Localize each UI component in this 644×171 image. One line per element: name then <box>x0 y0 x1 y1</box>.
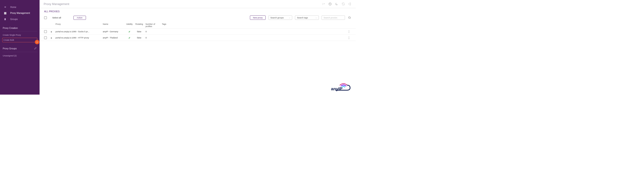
cell-name: anyIP - Thailand <box>103 36 125 39</box>
action-button[interactable]: Action <box>74 16 86 20</box>
svg-rect-0 <box>4 12 6 13</box>
edit-icon[interactable] <box>34 47 37 50</box>
col-header-tags: Tags <box>162 23 346 28</box>
search-groups-select[interactable]: Search groups ⌵ <box>268 16 292 20</box>
sidebar: Home Proxy Management Groups Proxy Creat… <box>0 0 40 94</box>
chevron-down-icon: ⌵ <box>289 16 290 19</box>
svg-rect-2 <box>4 14 6 14</box>
cell-proxy: portal-eu.anyip.io:1080 - HTTP proxy <box>54 36 103 39</box>
bookmark-icon <box>3 18 7 21</box>
search-groups-label: Search groups <box>270 16 284 19</box>
cell-proxy: portal-eu.anyip.io:1080 - Socks 5 pr... <box>54 30 103 33</box>
sidebar-label-proxy-management: Proxy Management <box>10 12 30 14</box>
cell-rotating: false <box>134 30 145 33</box>
row-menu-icon[interactable] <box>346 36 351 39</box>
header-icons <box>322 2 352 6</box>
table-header: Proxy Name Validity Rotating Number of p… <box>40 22 356 29</box>
logout-icon[interactable] <box>348 2 352 6</box>
search-tags-select[interactable]: Search tags ⌵ <box>295 16 319 20</box>
refresh-icon[interactable] <box>342 2 345 6</box>
double-chevron-left-icon <box>3 6 7 8</box>
col-header-rotating: Rotating <box>134 23 145 28</box>
server-icon <box>3 12 7 14</box>
callout-badge: 1 <box>35 40 39 44</box>
gear-icon[interactable] <box>348 16 351 19</box>
cell-profiles: 0 <box>145 36 162 39</box>
table-row: ▶ portal-eu.anyip.io:1080 - HTTP proxy a… <box>40 35 356 41</box>
divider <box>2 52 37 52</box>
sidebar-label-home: Home <box>10 6 16 8</box>
new-proxy-button[interactable]: New proxy <box>250 16 266 20</box>
sidebar-item-home[interactable]: Home <box>0 4 40 10</box>
validity-check-icon: ✔ <box>128 30 130 33</box>
col-header-validity: Validity <box>125 23 134 28</box>
cell-rotating: false <box>134 36 145 39</box>
row-menu-icon[interactable] <box>346 30 351 33</box>
search-proxies-input[interactable] <box>322 16 345 20</box>
toolbar: Select all Action New proxy Search group… <box>40 14 356 22</box>
sidebar-sub-create-bulk[interactable]: Create Bulk 1 <box>2 38 37 42</box>
proxy-groups-label: Proxy Groups <box>3 47 16 50</box>
sidebar-item-groups[interactable]: Groups <box>0 16 40 22</box>
recycle-icon[interactable] <box>322 2 325 6</box>
telegram-icon[interactable] <box>328 2 332 6</box>
search-tags-label: Search tags <box>297 16 308 19</box>
table-row: ▶ portal-eu.anyip.io:1080 - Socks 5 pr..… <box>40 29 356 35</box>
sidebar-item-proxy-management[interactable]: Proxy Management <box>0 10 40 16</box>
create-bulk-label: Create Bulk <box>4 39 14 41</box>
anyip-logo: anyIP <box>328 83 352 93</box>
col-header-profiles: Number of profiles <box>145 23 162 28</box>
expand-icon[interactable]: ▶ <box>51 31 52 32</box>
row-checkbox[interactable] <box>44 36 47 39</box>
expand-icon[interactable]: ▶ <box>51 37 52 39</box>
sidebar-label-groups: Groups <box>10 18 18 20</box>
select-all-label: Select all <box>52 16 61 19</box>
main-header: Proxy Management <box>40 0 356 8</box>
main: Proxy Management ALL PROXIES Select all … <box>40 0 356 94</box>
svg-text:anyIP: anyIP <box>331 86 342 91</box>
chevron-down-icon: ⌵ <box>316 16 317 19</box>
page-title: Proxy Management <box>44 2 69 6</box>
svg-rect-1 <box>4 13 6 14</box>
moon-icon[interactable] <box>335 2 338 6</box>
validity-check-icon: ✔ <box>128 36 130 39</box>
sidebar-section-proxy-groups: Proxy Groups <box>0 45 40 50</box>
section-title: ALL PROXIES <box>40 8 356 14</box>
row-checkbox[interactable] <box>44 30 47 33</box>
cell-profiles: 0 <box>145 30 162 33</box>
sidebar-section-proxy-creation: Proxy Creation <box>0 25 40 30</box>
col-header-name: Name <box>103 23 125 28</box>
sidebar-sub-unassigned[interactable]: Unassigned (2) <box>0 54 40 58</box>
divider <box>2 31 37 32</box>
cell-name: anyIP - Germany <box>103 30 125 33</box>
select-all-checkbox[interactable] <box>44 16 47 19</box>
sidebar-sub-create-single[interactable]: Create Single Proxy <box>0 33 40 37</box>
col-header-proxy: Proxy <box>54 23 103 28</box>
proxy-table: Proxy Name Validity Rotating Number of p… <box>40 22 356 41</box>
